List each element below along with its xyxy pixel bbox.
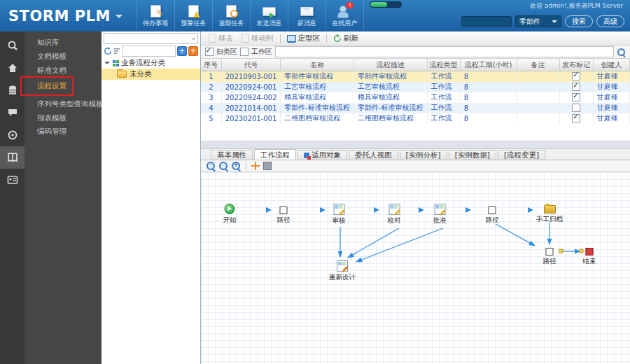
tab-3[interactable]: 适用对象 xyxy=(298,150,347,160)
zoom-out-icon[interactable]: - xyxy=(206,162,216,171)
cell-creator: 甘庭锋 xyxy=(593,71,629,82)
column-header[interactable]: 流程类型 xyxy=(427,59,460,71)
column-header[interactable]: 发布标记 xyxy=(559,59,593,71)
tool-new-message[interactable]: 新消息 xyxy=(288,1,326,30)
global-search-input[interactable] xyxy=(461,16,512,27)
tab-2[interactable]: 工作流程 xyxy=(254,149,296,160)
sidebar-item-3[interactable]: 标准文档 xyxy=(24,63,102,77)
pan-icon[interactable] xyxy=(251,162,260,170)
tree-refresh-icon[interactable] xyxy=(104,47,112,55)
workflow-node-path[interactable]: 路径 xyxy=(543,246,556,266)
search-category-dropdown[interactable]: 零部件 xyxy=(515,15,561,27)
table-row[interactable]: 120210903-001零部件审核流程零部件审核流程工作流8甘庭锋 xyxy=(201,71,630,82)
column-header[interactable]: 序号 xyxy=(201,59,221,71)
refresh-button[interactable]: 刷新 xyxy=(330,33,362,44)
sidebar-item-5[interactable]: 序列号类型查询模板 xyxy=(24,97,102,111)
manual-node-icon xyxy=(544,205,556,214)
workflow-node-task[interactable]: 批准 xyxy=(433,204,447,225)
splitter-band[interactable] xyxy=(201,141,630,149)
tree-expander-icon[interactable] xyxy=(104,62,110,67)
workflow-node-path[interactable]: 路径 xyxy=(277,205,290,225)
column-header[interactable]: 名称 xyxy=(281,59,354,71)
workflow-node-path[interactable]: 路径 xyxy=(486,205,499,225)
tree-item-unclassified[interactable]: 未分类 xyxy=(102,69,200,80)
task-node-icon xyxy=(333,204,344,215)
rail-home-icon[interactable] xyxy=(0,57,24,79)
column-header[interactable]: 创建人 xyxy=(593,59,629,71)
database-icon xyxy=(7,85,18,96)
tab-6[interactable]: [实例数据] xyxy=(449,150,496,160)
search-button[interactable]: 搜索 xyxy=(565,15,593,27)
work-area-checkbox[interactable] xyxy=(240,48,248,56)
rail-search-gear-icon[interactable] xyxy=(0,34,24,57)
publish-flag-checkbox[interactable] xyxy=(572,104,580,112)
tab-7[interactable]: [流程变更] xyxy=(498,150,545,160)
rail-support-icon[interactable] xyxy=(0,124,24,146)
classify-area-checkbox[interactable] xyxy=(205,48,214,56)
tab-4[interactable]: 委托人视图 xyxy=(349,150,398,160)
tree-root-item[interactable]: 业务流程分类 xyxy=(102,57,200,69)
publish-flag-checkbox[interactable] xyxy=(572,114,580,122)
node-label: 路径 xyxy=(277,216,290,225)
column-header[interactable]: 代号 xyxy=(221,59,281,71)
select-tool-icon[interactable] xyxy=(263,162,272,170)
column-header[interactable]: 流程描述 xyxy=(354,59,427,71)
zoom-reset-icon[interactable] xyxy=(219,162,228,171)
column-header[interactable]: 备注 xyxy=(517,59,559,71)
cell: 8 xyxy=(460,103,517,113)
toolbar-separator xyxy=(246,162,246,170)
rail-id-card-icon[interactable] xyxy=(0,169,24,191)
alert-task-icon xyxy=(186,4,201,18)
tool-online-users[interactable]: 1在线用户 xyxy=(326,1,364,30)
workflow-node-redesign[interactable]: 重新设计 xyxy=(329,260,356,282)
cell: 工作流 xyxy=(427,113,460,124)
tool-todo[interactable]: 待办事项 xyxy=(136,1,175,30)
column-header[interactable]: 流程工期(小时) xyxy=(460,59,517,71)
tree-search-input[interactable] xyxy=(104,34,191,43)
table-row[interactable]: 320220924-002模具审核流程模具审核流程工作流8甘庭锋 xyxy=(201,92,630,103)
app-logo[interactable]: STORM PLM xyxy=(8,8,122,24)
remove-button[interactable]: 移去 xyxy=(205,33,237,44)
publish-flag-checkbox[interactable] xyxy=(572,83,580,91)
sidebar-item-7[interactable]: 编码管理 xyxy=(24,124,102,138)
sidebar-item-4[interactable]: 流程设置 xyxy=(24,78,102,92)
table-row[interactable]: 220220924-001工艺审核流程工艺审核流程工作流8甘庭锋 xyxy=(201,82,630,92)
search-icon[interactable] xyxy=(617,48,626,57)
publish-flag-checkbox[interactable] xyxy=(572,93,580,102)
rail-book-icon[interactable] xyxy=(0,146,24,169)
table-row[interactable]: 420221014-001零部件-标准审核流程零部件-标准审核流程工作流8甘庭锋 xyxy=(201,103,630,113)
publish-flag-checkbox[interactable] xyxy=(572,72,580,80)
workflow-node-start[interactable]: 开始 xyxy=(223,204,237,225)
table-row[interactable]: 520230201-001二维图档审核流程二维图档审核流程工作流8甘庭锋 xyxy=(201,113,630,124)
tree-filter-input[interactable] xyxy=(122,46,176,57)
rail-database-icon[interactable] xyxy=(0,79,24,102)
advanced-search-button[interactable]: 高级 xyxy=(596,15,624,27)
tool-alert-task[interactable]: 预警任务 xyxy=(175,1,213,30)
move-to-button[interactable]: 移动到 xyxy=(238,33,277,44)
workflow-node-end[interactable]: 结束 xyxy=(583,246,596,266)
workflow-node-task[interactable]: 校对 xyxy=(388,204,401,225)
tree-sort-icon[interactable] xyxy=(113,48,120,55)
rail-chat-icon[interactable] xyxy=(0,102,24,124)
loading-progress-fill xyxy=(370,2,387,7)
workflow-canvas[interactable]: 开始路径审核校对批准路径手工归档重新设计路径结束 xyxy=(201,172,630,364)
tool-send-message[interactable]: 发送消息 xyxy=(251,1,288,30)
tool-label: 发送消息 xyxy=(256,20,281,27)
tab-5[interactable]: [实例分析] xyxy=(400,150,447,160)
cell: 工作流 xyxy=(427,92,460,103)
workflow-node-manual[interactable]: 手工归档 xyxy=(536,202,563,224)
sidebar-item-6[interactable]: 报表模板 xyxy=(24,111,102,125)
tool-overdue-task[interactable]: 逾期任务 xyxy=(213,1,251,30)
cell: 工艺审核流程 xyxy=(354,82,427,92)
sidebar-item-2[interactable]: 文档模板 xyxy=(24,49,102,63)
collapse-all-button[interactable]: + xyxy=(188,46,198,56)
task-node-icon xyxy=(388,204,400,215)
tab-1[interactable]: 基本属性 xyxy=(211,150,253,160)
sidebar-item-1[interactable]: 知识库 xyxy=(24,35,102,49)
expand-all-button[interactable]: + xyxy=(177,46,187,56)
list-filter-input[interactable] xyxy=(275,46,614,57)
collapse-panel-icon[interactable]: « xyxy=(191,35,197,42)
finalize-zone-button[interactable]: 定型区 xyxy=(284,33,324,44)
workflow-node-task[interactable]: 审核 xyxy=(332,204,346,225)
zoom-in-icon[interactable]: + xyxy=(232,162,241,171)
